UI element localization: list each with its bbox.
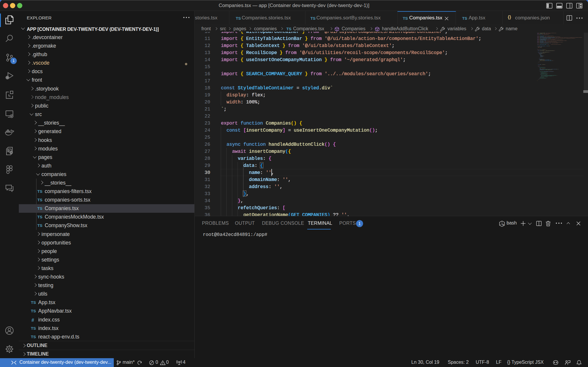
svg-text:$: $ bbox=[502, 223, 504, 226]
